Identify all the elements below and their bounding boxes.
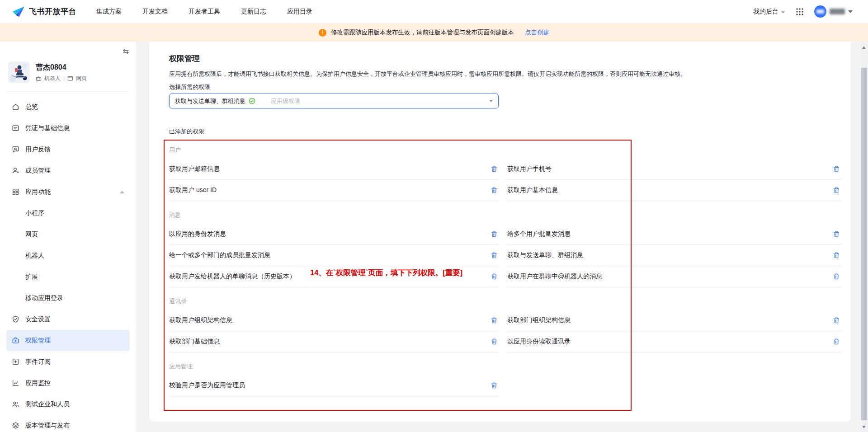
permission-name: 以应用的身份发消息 [169, 230, 226, 238]
member-icon [12, 167, 19, 174]
trash-icon[interactable] [491, 165, 498, 173]
top-nav-link[interactable]: 更新日志 [241, 8, 266, 16]
scrollbar-thumb[interactable] [861, 68, 867, 420]
create-version-link[interactable]: 点击创建 [525, 28, 549, 37]
trash-icon[interactable] [491, 230, 498, 238]
sidebar-item[interactable]: 权限管理 [6, 330, 130, 351]
sidebar-item[interactable]: 版本管理与发布 [6, 415, 130, 432]
app-launcher-icon[interactable] [795, 7, 804, 16]
permission-row: 给多个用户批量发消息 [507, 224, 841, 245]
permission-name: 获取用户发给机器人的单聊消息（历史版本） [169, 272, 296, 281]
top-nav-link[interactable]: 开发者工具 [189, 8, 220, 16]
banner-text: 修改需跟随应用版本发布生效，请前往版本管理与发布页面创建版本 [331, 28, 514, 37]
sidebar-item-label: 用户反馈 [25, 146, 51, 154]
sidebar-item[interactable]: 成员管理 [6, 160, 130, 181]
sidebar-item-label: 测试企业和人员 [25, 400, 70, 409]
trash-icon[interactable] [491, 338, 498, 345]
my-console-label: 我的后台 [753, 8, 778, 16]
trash-icon[interactable] [833, 230, 840, 238]
vertical-scrollbar[interactable] [860, 42, 868, 432]
permission-name: 给一个或多个部门的成员批量发消息 [169, 251, 270, 259]
permission-category-label: 消息 [169, 211, 841, 219]
sidebar-item[interactable]: 小程序 [6, 202, 130, 224]
trash-icon[interactable] [491, 382, 498, 389]
sidebar-item[interactable]: 应用监控 [6, 372, 130, 394]
paper-plane-icon [12, 5, 25, 19]
web-icon [67, 75, 73, 81]
sidebar-item[interactable]: 用户反馈 [6, 139, 130, 160]
sidebar-item[interactable]: 安全设置 [6, 309, 130, 330]
sidebar-item[interactable]: 网页 [6, 224, 130, 245]
permission-select[interactable]: 获取与发送单聊、群组消息 应用级权限 [169, 94, 499, 108]
permission-row: 获取用户组织架构信息 [169, 310, 499, 331]
top-nav-link[interactable]: 应用目录 [287, 8, 312, 16]
permission-row: 获取用户 user ID [169, 180, 499, 201]
sidebar-item-label: 应用功能 [25, 188, 51, 196]
permission-row: 获取部门组织架构信息 [507, 310, 841, 331]
trash-icon[interactable] [833, 165, 840, 173]
top-nav-link[interactable]: 集成方案 [96, 8, 122, 16]
permission-section: 消息以应用的身份发消息给一个或多个部门的成员批量发消息获取用户发给机器人的单聊消… [169, 211, 841, 287]
permission-name: 获取用户基本信息 [507, 186, 558, 194]
trash-icon[interactable] [833, 338, 840, 345]
sidebar-item[interactable]: 测试企业和人员 [6, 394, 130, 415]
permission-row: 给一个或多个部门的成员批量发消息 [169, 245, 499, 266]
sidebar-item-label: 成员管理 [25, 167, 51, 175]
page-description: 应用拥有所需权限后，才能调用飞书接口获取相关信息。为保护用户信息安全，开放平台或… [169, 70, 686, 78]
permission-name: 获取用户在群聊中@机器人的消息 [507, 272, 602, 281]
divider [8, 91, 128, 92]
top-nav-link[interactable]: 开发文档 [142, 8, 168, 16]
permission-category-label: 通讯录 [169, 297, 841, 305]
scroll-up-icon[interactable] [862, 46, 866, 49]
trash-icon[interactable] [491, 187, 498, 194]
permission-scope: 应用级权限 [271, 97, 300, 105]
select-permission-label: 选择所需的权限 [169, 83, 210, 91]
sidebar-item[interactable]: 凭证与基础信息 [6, 117, 130, 139]
sidebar-collapse-icon[interactable]: ⇆ [123, 47, 129, 56]
event-icon [12, 358, 19, 366]
added-permissions-label: 已添加的权限 [169, 127, 204, 136]
sidebar-item[interactable]: 总览 [6, 96, 130, 117]
sidebar-item-label: 应用监控 [25, 379, 51, 387]
version-warning-banner: ! 修改需跟随应用版本发布生效，请前往版本管理与发布页面创建版本 点击创建 [0, 23, 868, 42]
sidebar-item-label: 凭证与基础信息 [25, 124, 70, 132]
my-console-menu[interactable]: 我的后台 [753, 8, 785, 16]
sidebar-item[interactable]: 事件订阅 [6, 351, 130, 372]
permission-name: 获取与发送单聊、群组消息 [507, 251, 583, 259]
sidebar-nav: 总览凭证与基础信息用户反馈成员管理应用功能小程序网页机器人扩展移动应用登录安全设… [0, 95, 136, 432]
trash-icon[interactable] [833, 252, 840, 259]
main-content: 权限管理 应用拥有所需权限后，才能调用飞书接口获取相关信息。为保护用户信息安全，… [137, 42, 860, 432]
sidebar-item[interactable]: 机器人 [6, 245, 130, 266]
caret-up-icon[interactable] [120, 191, 124, 193]
permission-name: 获取用户邮箱信息 [169, 165, 220, 173]
permission-row: 获取用户邮箱信息 [169, 159, 499, 180]
tag-web: 网页 [76, 75, 87, 82]
trash-icon[interactable] [491, 273, 498, 280]
trash-icon[interactable] [491, 317, 498, 324]
trash-icon[interactable] [833, 187, 840, 194]
permission-category-label: 用户 [169, 146, 841, 154]
chevron-down-icon [781, 9, 785, 14]
trash-icon[interactable] [833, 317, 840, 324]
sidebar: ⇆ 曹杰0804 [0, 42, 137, 432]
sidebar-item[interactable]: 移动应用登录 [6, 287, 130, 309]
trash-icon[interactable] [833, 273, 840, 280]
permission-name: 以应用身份读取通讯录 [507, 338, 571, 346]
permission-row: 获取用户手机号 [507, 159, 841, 180]
sidebar-item-label: 总览 [25, 103, 38, 111]
shield-icon [12, 315, 19, 323]
tag-bot: 机器人 [44, 75, 61, 82]
permission-name: 获取用户手机号 [507, 165, 552, 173]
sidebar-item[interactable]: 应用功能 [6, 181, 130, 202]
page-title: 权限管理 [169, 53, 200, 64]
sidebar-item[interactable]: 扩展 [6, 266, 130, 287]
scroll-down-icon[interactable] [862, 426, 866, 428]
permission-name: 获取用户组织架构信息 [169, 316, 232, 324]
permission-row: 获取与发送单聊、群组消息 [507, 245, 841, 266]
app-grid-icon [12, 188, 19, 196]
trash-icon[interactable] [491, 252, 498, 259]
user-account-menu[interactable] [814, 5, 853, 18]
avatar [814, 5, 826, 18]
feishu-logo[interactable]: 飞书开放平台 [12, 5, 76, 19]
feedback-icon [12, 146, 19, 153]
